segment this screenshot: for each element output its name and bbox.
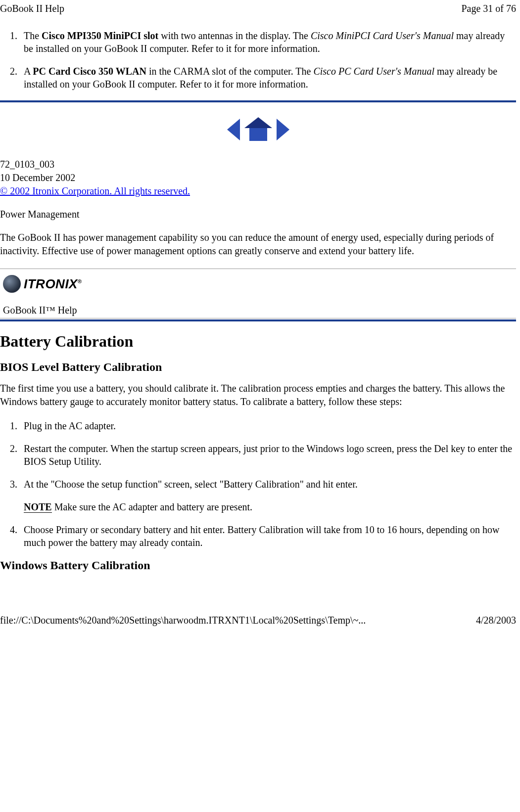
text-fragment: A — [24, 66, 33, 77]
page-header: GoBook II Help Page 31 of 76 — [0, 0, 520, 24]
brand-box: ITRONIX® GoBook II™ Help — [0, 269, 516, 318]
top-ordered-list: The Cisco MPI350 MiniPCI slot with two a… — [20, 29, 516, 90]
bold-text: Cisco MPI350 MiniPCI slot — [42, 30, 158, 41]
nav-home-icon[interactable] — [246, 117, 271, 142]
doc-date: 10 December 2002 — [0, 171, 516, 184]
italic-text: Cisco MiniPCI Card User's Manual — [311, 30, 454, 41]
itronix-logo: ITRONIX® — [3, 275, 513, 293]
help-label: GoBook II™ Help — [3, 305, 513, 316]
copyright-link[interactable]: © 2002 Itronix Corporation. All rights r… — [0, 185, 190, 196]
globe-icon — [3, 275, 21, 293]
calibration-steps-list: Plug in the AC adapter. Restart the comp… — [20, 419, 516, 549]
page-footer: file://C:\Documents%20and%20Settings\har… — [0, 580, 520, 629]
divider — [0, 319, 516, 321]
list-item: At the "Choose the setup function" scree… — [20, 478, 516, 513]
list-item: Restart the computer. When the startup s… — [20, 442, 516, 468]
divider — [0, 100, 516, 102]
doc-id: 72_0103_003 — [0, 158, 516, 171]
power-mgmt-title: Power Management — [0, 209, 516, 220]
header-title: GoBook II Help — [0, 3, 64, 14]
note-text: Make sure the AC adapter and battery are… — [52, 501, 252, 512]
brand-text: ITRONIX® — [24, 276, 82, 292]
battery-calibration-heading: Battery Calibration — [0, 332, 516, 351]
italic-text: Cisco PC Card User's Manual — [313, 66, 434, 77]
text-fragment: in the CARMA slot of the computer. The — [146, 66, 313, 77]
step-text: At the "Choose the setup function" scree… — [24, 478, 516, 491]
list-item: Choose Primary or secondary battery and … — [20, 523, 516, 549]
text-fragment: with two antennas in the display. The — [158, 30, 311, 41]
doc-info-block: 72_0103_003 10 December 2002 © 2002 Itro… — [0, 158, 516, 198]
nav-next-icon[interactable] — [277, 119, 289, 140]
footer-path: file://C:\Documents%20and%20Settings\har… — [0, 615, 366, 626]
list-item: Plug in the AC adapter. — [20, 419, 516, 432]
footer-date: 4/28/2003 — [476, 615, 516, 626]
windows-calibration-heading: Windows Battery Calibration — [0, 559, 516, 572]
nav-prev-icon[interactable] — [227, 119, 240, 140]
power-mgmt-body: The GoBook II has power management capab… — [0, 231, 516, 258]
bold-text: PC Card Cisco 350 WLAN — [33, 66, 146, 77]
header-page-number: Page 31 of 76 — [461, 3, 516, 14]
text-fragment: The — [24, 30, 42, 41]
bios-intro-text: The first time you use a battery, you sh… — [0, 382, 516, 408]
list-item: A PC Card Cisco 350 WLAN in the CARMA sl… — [20, 65, 516, 90]
note-label: NOTE — [24, 501, 52, 513]
list-item: The Cisco MPI350 MiniPCI slot with two a… — [20, 29, 516, 55]
nav-icon-bar — [0, 117, 516, 143]
bios-calibration-heading: BIOS Level Battery Calibration — [0, 361, 516, 374]
